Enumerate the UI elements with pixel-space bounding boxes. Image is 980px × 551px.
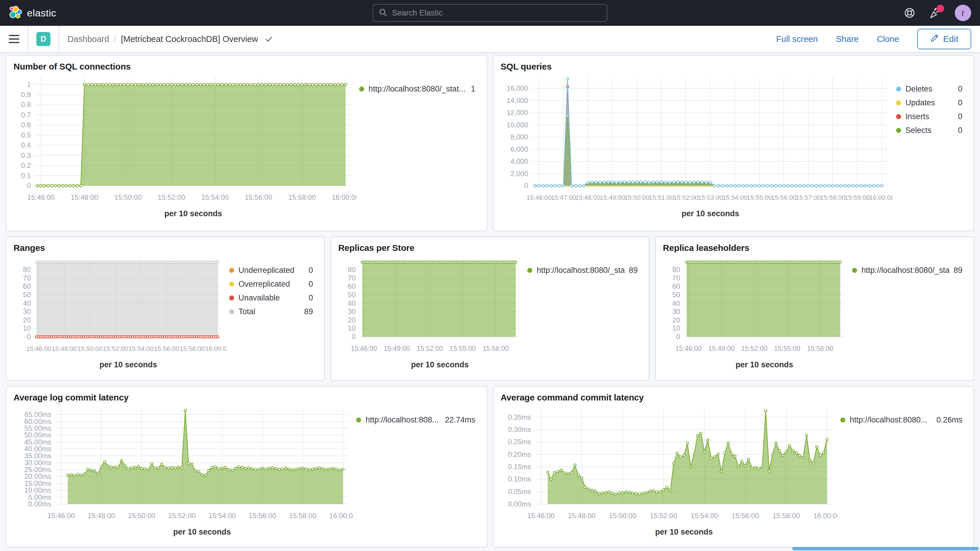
svg-text:0.6: 0.6 xyxy=(21,121,31,129)
svg-text:15:54:00: 15:54:00 xyxy=(691,512,718,519)
svg-text:15:52:00: 15:52:00 xyxy=(741,345,768,352)
edit-button[interactable]: Edit xyxy=(917,29,971,49)
svg-text:50: 50 xyxy=(348,291,356,299)
notification-dot xyxy=(937,5,944,12)
global-search[interactable] xyxy=(372,4,608,22)
dashboard-toolbar: D Dashboard / [Metricbeat CockroachDB] O… xyxy=(0,26,980,53)
legend-series-dot xyxy=(229,295,234,301)
horizontal-scrollbar-thumb[interactable] xyxy=(792,547,979,550)
svg-text:15:53:00: 15:53:00 xyxy=(698,194,723,201)
legend-item[interactable]: Inserts0 xyxy=(896,112,963,121)
legend-item[interactable]: http://localhost:8080/_sta...89 xyxy=(852,266,963,275)
svg-text:16:00:00: 16:00:00 xyxy=(329,512,353,519)
chart-legend: http://localhost:8080/_sta...89 xyxy=(524,254,642,372)
svg-text:per 10 seconds: per 10 seconds xyxy=(99,360,157,369)
legend-series-dot xyxy=(229,282,234,287)
dashboard-badge[interactable]: D xyxy=(37,32,51,46)
legend-item[interactable]: Total89 xyxy=(229,307,313,316)
full-screen-button[interactable]: Full screen xyxy=(776,34,818,44)
svg-text:10: 10 xyxy=(673,324,681,332)
svg-text:16,000: 16,000 xyxy=(507,84,528,92)
help-button[interactable] xyxy=(903,6,916,19)
svg-text:1: 1 xyxy=(27,80,31,88)
svg-text:30: 30 xyxy=(23,307,31,315)
panel-title: SQL queries xyxy=(501,62,967,72)
svg-text:per 10 seconds: per 10 seconds xyxy=(736,360,793,369)
svg-text:40: 40 xyxy=(23,299,31,307)
legend-series-dot xyxy=(896,128,901,133)
search-input[interactable] xyxy=(391,8,601,18)
legend-series-dot xyxy=(356,417,361,422)
svg-text:15:58:00: 15:58:00 xyxy=(820,194,845,201)
log-commit-latency-chart[interactable]: 0.00ms5.00ms10.00ms15.00ms20.00ms25.00ms… xyxy=(13,404,353,539)
svg-text:30: 30 xyxy=(673,307,681,315)
legend-item[interactable]: http://localhost:8080/_sta...89 xyxy=(527,266,638,275)
legend-item[interactable]: http://localhost:8080...0.26ms xyxy=(840,416,963,425)
legend-series-value: 0 xyxy=(309,266,313,275)
svg-text:6,000: 6,000 xyxy=(511,145,528,153)
legend-series-label: http://localhost:8080/_stat... xyxy=(369,84,467,94)
legend-item[interactable]: Selects0 xyxy=(896,126,963,135)
ranges-chart[interactable]: 0102030405060708015:46:0015:48:0015:50:0… xyxy=(13,254,226,372)
svg-text:0.5: 0.5 xyxy=(21,131,31,139)
legend-series-value: 89 xyxy=(954,266,963,275)
svg-text:0.20ms: 0.20ms xyxy=(508,451,531,458)
svg-text:20.00ms: 20.00ms xyxy=(24,472,51,480)
svg-text:15:54:00: 15:54:00 xyxy=(722,194,748,201)
svg-text:0.35ms: 0.35ms xyxy=(508,413,531,421)
svg-text:0.3: 0.3 xyxy=(21,151,31,159)
avatar-letter: r xyxy=(961,8,964,18)
svg-text:8,000: 8,000 xyxy=(511,133,528,141)
check-icon[interactable] xyxy=(264,35,273,43)
legend-series-dot xyxy=(359,86,364,92)
legend-item[interactable]: http://localhost:808...22.74ms xyxy=(356,416,475,425)
panel-replica-leaseholders: Replica leaseholders 0102030405060708015… xyxy=(655,236,974,381)
legend-item[interactable]: Overreplicated0 xyxy=(229,280,313,289)
legend-item[interactable]: Deletes0 xyxy=(896,84,963,94)
svg-text:15:46:00: 15:46:00 xyxy=(675,345,702,352)
user-avatar[interactable]: r xyxy=(955,5,971,21)
page-title[interactable]: [Metricbeat CockroachDB] Overview xyxy=(121,34,258,44)
legend-series-value: 0 xyxy=(309,293,313,303)
svg-text:16:00:00: 16:00:00 xyxy=(205,345,226,352)
breadcrumb-dashboard[interactable]: Dashboard xyxy=(67,34,109,44)
svg-text:0.30ms: 0.30ms xyxy=(508,425,531,433)
svg-text:15:48:00: 15:48:00 xyxy=(568,512,595,519)
svg-text:0.1: 0.1 xyxy=(21,172,31,180)
command-commit-latency-chart[interactable]: 0.00ms0.05ms0.10ms0.15ms0.20ms0.25ms0.30… xyxy=(501,404,837,539)
clone-button[interactable]: Clone xyxy=(877,34,899,44)
brand-name: elastic xyxy=(27,7,56,19)
elastic-brand[interactable]: elastic xyxy=(9,6,56,20)
search-icon xyxy=(379,8,387,18)
replicas-per-store-chart[interactable]: 0102030405060708015:46:0015:49:0015:52:0… xyxy=(338,254,525,372)
legend-item[interactable]: Underreplicated0 xyxy=(229,266,313,275)
legend-item[interactable]: Unavailable0 xyxy=(229,293,313,303)
svg-text:30: 30 xyxy=(348,307,356,315)
svg-text:0.7: 0.7 xyxy=(21,111,31,119)
legend-item[interactable]: Updates0 xyxy=(896,98,963,107)
svg-text:10.00ms: 10.00ms xyxy=(24,486,51,494)
news-button[interactable] xyxy=(929,6,942,19)
sql-queries-chart[interactable]: 02,0004,0006,0008,00010,00012,00014,0001… xyxy=(501,73,893,221)
svg-text:15:54:00: 15:54:00 xyxy=(208,512,235,519)
replica-leaseholders-chart[interactable]: 0102030405060708015:46:0015:49:0015:52:0… xyxy=(663,254,849,372)
svg-text:70: 70 xyxy=(673,274,681,282)
svg-text:15:56:00: 15:56:00 xyxy=(772,194,797,201)
svg-text:15:55:00: 15:55:00 xyxy=(774,345,800,352)
legend-series-value: 89 xyxy=(629,266,638,275)
legend-item[interactable]: http://localhost:8080/_stat...1 xyxy=(359,84,475,94)
svg-text:15:58:00: 15:58:00 xyxy=(482,345,509,352)
legend-series-label: http://localhost:8080/_sta... xyxy=(861,266,950,275)
svg-text:60.00ms: 60.00ms xyxy=(24,417,51,425)
svg-text:15:58:00: 15:58:00 xyxy=(773,512,800,519)
legend-series-dot xyxy=(840,417,845,422)
svg-text:40: 40 xyxy=(673,299,681,307)
share-button[interactable]: Share xyxy=(836,34,859,44)
svg-text:30.00ms: 30.00ms xyxy=(24,459,51,467)
legend-series-value: 0 xyxy=(958,112,963,121)
svg-text:15:56:00: 15:56:00 xyxy=(732,512,759,519)
svg-text:40: 40 xyxy=(348,299,356,307)
panel-title: Average log commit latency xyxy=(13,393,479,403)
sql-connections-chart[interactable]: 00.10.20.30.40.50.60.70.80.9115:46:0015:… xyxy=(13,73,356,221)
menu-button[interactable] xyxy=(9,35,19,43)
